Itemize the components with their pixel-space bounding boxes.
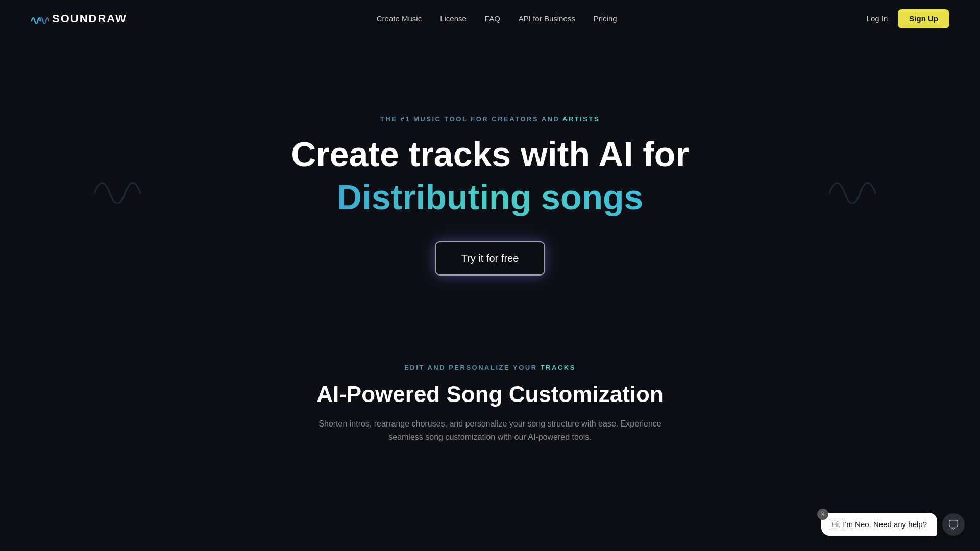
chat-close-button[interactable]: × bbox=[817, 509, 828, 520]
hero-title-line2: Distributing songs bbox=[291, 177, 689, 217]
logo-icon bbox=[31, 11, 49, 27]
signup-button[interactable]: Sign Up bbox=[898, 9, 949, 28]
logo-text: SOUNDRAW bbox=[52, 12, 127, 26]
logo-svg bbox=[31, 11, 49, 27]
chat-bubble: Hi, I'm Neo. Need any help? bbox=[821, 513, 937, 536]
hero-eyebrow: THE #1 MUSIC TOOL FOR CREATORS AND ARTIS… bbox=[380, 115, 600, 123]
lower-eyebrow-prefix: EDIT AND PERSONALIZE YOUR bbox=[404, 364, 541, 371]
hero-title-line1: Create tracks with AI for bbox=[291, 135, 689, 173]
lower-eyebrow: EDIT AND PERSONALIZE YOUR TRACKS bbox=[404, 364, 576, 371]
wave-left-decoration bbox=[92, 168, 153, 206]
hero-eyebrow-prefix: THE #1 MUSIC TOOL FOR CREATORS AND bbox=[380, 115, 562, 123]
nav-links: Create Music License FAQ API for Busines… bbox=[377, 14, 617, 23]
nav-link-faq[interactable]: FAQ bbox=[485, 14, 500, 23]
nav-right: Log In Sign Up bbox=[867, 9, 949, 28]
logo-link[interactable]: SOUNDRAW bbox=[31, 11, 127, 27]
lower-eyebrow-highlight: TRACKS bbox=[541, 364, 576, 371]
chat-avatar-button[interactable] bbox=[942, 513, 965, 536]
hero-eyebrow-highlight: ARTISTS bbox=[562, 115, 600, 123]
chat-icon bbox=[948, 519, 959, 530]
chat-bubble-wrapper: × Hi, I'm Neo. Need any help? bbox=[821, 513, 937, 536]
nav-link-pricing[interactable]: Pricing bbox=[594, 14, 617, 23]
nav-link-api[interactable]: API for Business bbox=[519, 14, 575, 23]
lower-section: EDIT AND PERSONALIZE YOUR TRACKS AI-Powe… bbox=[0, 343, 980, 443]
navbar: SOUNDRAW Create Music License FAQ API fo… bbox=[0, 0, 980, 37]
svg-rect-0 bbox=[949, 520, 958, 527]
nav-link-license[interactable]: License bbox=[440, 14, 467, 23]
hero-title: Create tracks with AI for Distributing s… bbox=[291, 135, 689, 242]
lower-description: Shorten intros, rearrange choruses, and … bbox=[311, 417, 669, 443]
lower-title: AI-Powered Song Customization bbox=[316, 382, 664, 407]
hero-section: THE #1 MUSIC TOOL FOR CREATORS AND ARTIS… bbox=[0, 37, 980, 343]
chat-widget: × Hi, I'm Neo. Need any help? bbox=[821, 513, 965, 536]
wave-right-decoration bbox=[827, 168, 888, 206]
nav-link-create-music[interactable]: Create Music bbox=[377, 14, 422, 23]
try-free-button[interactable]: Try it for free bbox=[435, 241, 546, 276]
login-link[interactable]: Log In bbox=[867, 14, 888, 23]
